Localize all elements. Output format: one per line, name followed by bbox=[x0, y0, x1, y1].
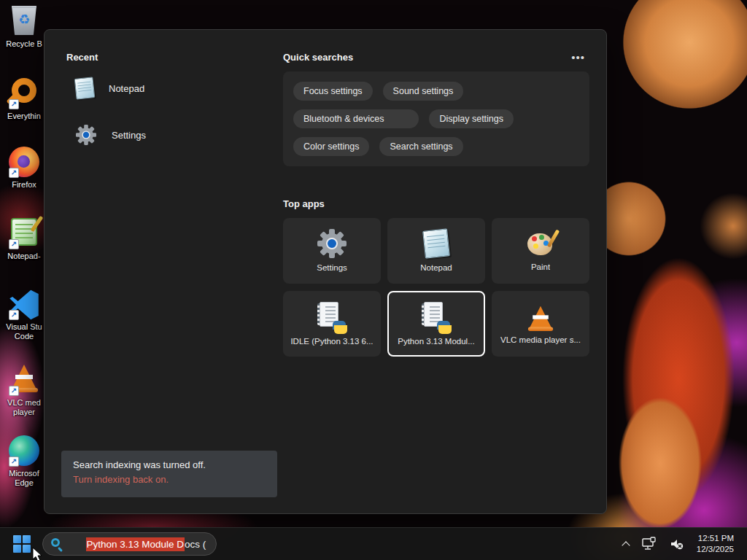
quick-search-pill-display-settings[interactable]: Display settings bbox=[429, 109, 514, 128]
more-options-icon[interactable]: ••• bbox=[567, 52, 589, 63]
quick-search-pill-search-settings[interactable]: Search settings bbox=[379, 137, 462, 156]
desktop-icon-label: Everythin bbox=[0, 112, 48, 121]
app-tile-label: IDLE (Python 3.13 6... bbox=[290, 337, 373, 346]
app-tile-paint[interactable]: Paint bbox=[492, 218, 589, 284]
recent-item-label: Notepad bbox=[109, 83, 144, 94]
quick-search-pill-focus-settings[interactable]: Focus settings bbox=[293, 82, 373, 101]
desktop-icon-label: VLC med player bbox=[0, 398, 48, 417]
top-apps-grid: Settings Notepad Paint IDLE (Python 3.13… bbox=[283, 218, 592, 357]
app-tile-label: Paint bbox=[531, 262, 550, 271]
clock-date: 12/3/2025 bbox=[697, 544, 734, 555]
shortcut-arrow-icon: ↗ bbox=[9, 239, 19, 249]
hidden-icons-chevron[interactable] bbox=[618, 531, 634, 557]
indexing-notification: Search indexing was turned off. Turn ind… bbox=[61, 451, 277, 497]
desktop-icon-label: Recycle B bbox=[0, 39, 48, 49]
recent-item-notepad[interactable]: Notepad bbox=[66, 67, 285, 109]
paint-palette-icon bbox=[526, 230, 555, 257]
taskbar-clock[interactable]: 12:51 PM 12/3/2025 bbox=[692, 533, 738, 555]
volume-muted-button[interactable] bbox=[665, 531, 689, 557]
notification-text: Search indexing was turned off. bbox=[73, 459, 266, 470]
app-tile-label: Settings bbox=[317, 263, 347, 272]
shortcut-arrow-icon: ↗ bbox=[9, 99, 19, 109]
shortcut-arrow-icon: ↗ bbox=[9, 310, 19, 320]
desktop-icon-firefox[interactable]: ↗ Firefox bbox=[0, 146, 48, 190]
search-query-highlighted: Python 3.13 Module D bbox=[86, 537, 185, 551]
desktop-icon-label: Visual Stu Code bbox=[0, 322, 48, 341]
top-apps-header: Top apps bbox=[283, 198, 325, 209]
recycle-bin-icon: ♻ bbox=[8, 6, 40, 38]
desktop-icon-edge[interactable]: ↗ Microsof Edge bbox=[0, 435, 48, 488]
recent-section: Recent Notepad Settings bbox=[66, 52, 285, 156]
vscode-icon: ↗ bbox=[8, 289, 40, 321]
clock-time: 12:51 PM bbox=[697, 533, 734, 544]
gear-icon bbox=[77, 125, 96, 145]
search-flyout-panel: Recent Notepad Settings Quick searches •… bbox=[44, 29, 607, 514]
recent-header: Recent bbox=[66, 52, 285, 63]
desktop-icon-label: Firefox bbox=[0, 180, 48, 190]
speaker-mute-icon bbox=[669, 537, 685, 551]
taskbar: Python 3.13 Module Docs ( 12:51 PM 12/3/… bbox=[0, 527, 747, 560]
app-tile-label: VLC media player s... bbox=[500, 335, 581, 344]
notepad-plus-plus-icon: ↗ bbox=[8, 218, 40, 250]
notepad-icon bbox=[422, 228, 450, 258]
system-tray: 12:51 PM 12/3/2025 bbox=[618, 531, 747, 557]
firefox-icon: ↗ bbox=[8, 147, 40, 179]
quick-searches-section: Quick searches ••• Focus settings Sound … bbox=[283, 52, 589, 166]
app-tile-label: Python 3.13 Modul... bbox=[398, 337, 474, 346]
quick-search-pill-bluetooth-devices[interactable]: Bluetooth & devices bbox=[293, 109, 419, 128]
app-tile-python-module-docs[interactable]: Python 3.13 Modul... bbox=[387, 291, 485, 357]
quick-search-pill-sound-settings[interactable]: Sound settings bbox=[383, 82, 464, 101]
everything-icon: ↗ bbox=[8, 78, 40, 110]
search-query-rest: ocs ( bbox=[185, 539, 206, 550]
turn-indexing-on-link[interactable]: Turn indexing back on. bbox=[73, 474, 266, 485]
python-document-icon bbox=[317, 302, 347, 331]
quick-search-pill-color-settings[interactable]: Color settings bbox=[293, 137, 369, 156]
chevron-up-icon bbox=[622, 540, 630, 548]
app-tile-notepad[interactable]: Notepad bbox=[387, 218, 485, 284]
recent-item-settings[interactable]: Settings bbox=[66, 114, 285, 156]
recent-item-label: Settings bbox=[112, 130, 146, 141]
desktop-icon-recycle-bin[interactable]: ♻ Recycle B bbox=[0, 4, 48, 49]
desktop-icon-everything[interactable]: ↗ Everythin bbox=[0, 76, 48, 121]
desktop-icon-visual-studio-code[interactable]: ↗ Visual Stu Code bbox=[0, 289, 48, 341]
app-tile-label: Notepad bbox=[420, 263, 452, 272]
app-tile-settings[interactable]: Settings bbox=[283, 218, 381, 284]
quick-searches-header: Quick searches bbox=[283, 52, 353, 63]
notepad-icon bbox=[74, 77, 95, 99]
desktop-icon-label: Microsof Edge bbox=[0, 469, 48, 488]
network-icon bbox=[641, 537, 657, 551]
search-icon bbox=[50, 537, 63, 551]
vlc-cone-icon bbox=[530, 306, 552, 329]
desktop-icon-notepad-plus-plus[interactable]: ↗ Notepad- bbox=[0, 217, 48, 261]
app-tile-vlc[interactable]: VLC media player s... bbox=[492, 291, 589, 357]
shortcut-arrow-icon: ↗ bbox=[9, 386, 19, 396]
taskbar-search-input[interactable]: Python 3.13 Module Docs ( bbox=[42, 532, 217, 556]
shortcut-arrow-icon: ↗ bbox=[9, 168, 19, 178]
start-button[interactable] bbox=[6, 529, 38, 559]
desktop-icon-label: Notepad- bbox=[0, 252, 48, 261]
windows-logo-icon bbox=[13, 535, 31, 553]
shortcut-arrow-icon: ↗ bbox=[9, 456, 19, 467]
vlc-icon: ↗ bbox=[8, 365, 40, 397]
gear-icon bbox=[318, 230, 346, 257]
app-tile-idle-python[interactable]: IDLE (Python 3.13 6... bbox=[283, 291, 381, 357]
edge-icon: ↗ bbox=[8, 435, 40, 467]
quick-searches-card: Focus settings Sound settings Bluetooth … bbox=[283, 71, 589, 166]
python-document-icon bbox=[421, 302, 452, 331]
desktop-icon-vlc[interactable]: ↗ VLC med player bbox=[0, 363, 48, 417]
network-tray-button[interactable] bbox=[637, 531, 662, 557]
